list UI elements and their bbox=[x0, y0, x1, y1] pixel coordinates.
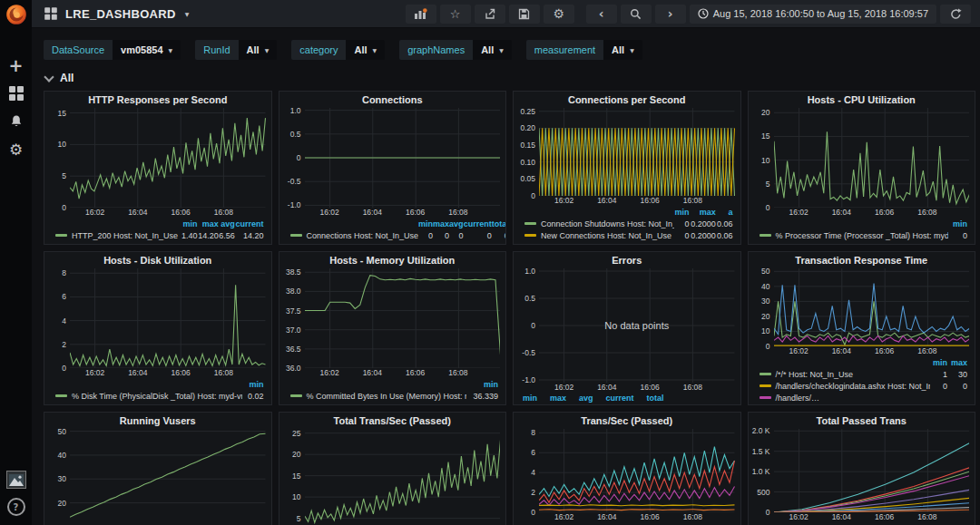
panel-title[interactable]: HTTP Responses per Second bbox=[44, 92, 271, 108]
alerting-bell-icon[interactable] bbox=[6, 112, 26, 131]
plot-area[interactable]: 50403020100 bbox=[752, 268, 970, 346]
chart[interactable]: 1.00.50-0.5-1.016:0216:0416:0616:08minma… bbox=[279, 108, 506, 244]
panel-title[interactable]: Hosts - Memory Utilization bbox=[279, 252, 506, 268]
legend-series[interactable]: /handlers/… bbox=[760, 393, 930, 404]
legend-series[interactable]: /*/* Host: Not_In_Use bbox=[760, 369, 930, 381]
dashboard-settings-icon[interactable]: ⚙ bbox=[544, 5, 574, 24]
star-button[interactable]: ☆ bbox=[440, 5, 471, 24]
add-panel-button[interactable] bbox=[406, 5, 436, 24]
chart[interactable]: 38.538.037.537.036.536.016:0216:0416:061… bbox=[279, 268, 506, 404]
refresh-button[interactable] bbox=[940, 5, 971, 24]
filter-datasource[interactable]: DataSource vm05854▼ bbox=[44, 40, 181, 60]
panel-title[interactable]: Errors bbox=[514, 252, 740, 268]
legend-series[interactable]: Connections Host: Not_In_Use bbox=[290, 230, 419, 242]
panel-title[interactable]: Trans/Sec (Passed) bbox=[514, 413, 740, 429]
plot-area[interactable]: 2.0 K1.5 K1.0 K5000 bbox=[752, 429, 970, 512]
chart[interactable]: 1.00.50-0.5-1.0No data points16:0216:041… bbox=[514, 268, 740, 404]
legend-stat-header[interactable]: total bbox=[492, 219, 506, 230]
filter-graphnames[interactable]: graphNames All▼ bbox=[399, 40, 512, 60]
legend-series[interactable]: % Committed Bytes In Use (Memory) Host: … bbox=[290, 391, 467, 403]
filter-measurement[interactable]: measurement All▼ bbox=[526, 40, 642, 60]
panel-title[interactable]: Total Passed Trans bbox=[749, 413, 975, 429]
legend-stat-header[interactable]: current bbox=[464, 219, 492, 230]
filter-runid[interactable]: RunId All▼ bbox=[195, 40, 277, 60]
x-tick-label: 16:08 bbox=[448, 368, 467, 377]
zoom-out-button[interactable] bbox=[621, 5, 652, 24]
legend-series[interactable]: /handlers/checklogindata.ashx Host: Not_… bbox=[760, 381, 930, 393]
save-button[interactable] bbox=[509, 5, 540, 24]
legend-stat-header[interactable]: min bbox=[418, 219, 433, 230]
grafana-logo-icon[interactable] bbox=[5, 3, 28, 26]
filter-category[interactable]: category All▼ bbox=[291, 40, 385, 60]
chart[interactable]: 0.250.200.150.100.05016:0216:0416:0616:0… bbox=[514, 108, 740, 244]
panel-title[interactable]: Hosts - CPU Utilization bbox=[749, 92, 975, 108]
legend-stat-header[interactable]: max bbox=[690, 207, 716, 219]
add-icon[interactable]: + bbox=[6, 55, 26, 75]
panel-title[interactable]: Connections per Second bbox=[514, 92, 740, 108]
panel-title[interactable]: Hosts - Disk Utilization bbox=[44, 252, 271, 268]
row-toggle-all[interactable]: All bbox=[45, 72, 74, 84]
x-tick-label: 16:04 bbox=[597, 512, 616, 521]
x-tick-label: 16:02 bbox=[554, 196, 573, 205]
legend-stat-header[interactable]: avg bbox=[579, 394, 593, 403]
legend-stat-header[interactable]: total bbox=[647, 394, 664, 403]
legend-stat-header[interactable]: min bbox=[466, 379, 498, 391]
legend-series[interactable]: % Disk Time (PhysicalDisk _Total) Host: … bbox=[55, 391, 242, 403]
settings-gear-icon[interactable]: ⚙ bbox=[6, 140, 26, 160]
chart[interactable]: 252015105 bbox=[279, 429, 506, 525]
plot-area[interactable]: 38.538.037.537.036.536.0 bbox=[283, 268, 501, 368]
dashboards-icon[interactable] bbox=[6, 83, 26, 103]
legend-stat-header[interactable]: min bbox=[948, 219, 968, 230]
legend-stat-header[interactable]: max bbox=[433, 219, 449, 230]
plot-area[interactable]: 20151050 bbox=[752, 108, 970, 208]
plot-area[interactable]: 86420 bbox=[48, 268, 266, 368]
legend-stat-header[interactable]: min bbox=[242, 379, 263, 391]
legend-series[interactable]: % Processor Time (Processor _Total) Host… bbox=[760, 230, 948, 242]
plot-area[interactable]: 151050 bbox=[48, 108, 266, 208]
chart[interactable]: 2.0 K1.5 K1.0 K500016:0216:0416:0616:08 bbox=[749, 429, 975, 525]
panel-title[interactable]: Running Vusers bbox=[44, 413, 271, 429]
plot-area[interactable]: 86420 bbox=[517, 429, 735, 512]
user-avatar[interactable] bbox=[6, 471, 26, 489]
plot-area[interactable]: 0.250.200.150.100.050 bbox=[517, 108, 735, 196]
share-button[interactable] bbox=[475, 5, 505, 24]
plot-area[interactable]: 50403020 bbox=[48, 429, 266, 520]
help-icon[interactable]: ? bbox=[7, 498, 25, 516]
chart[interactable]: 5040302010016:0216:0416:0616:08minmax/*/… bbox=[749, 268, 975, 404]
title-caret-icon[interactable]: ▼ bbox=[185, 11, 190, 17]
legend-stat-header[interactable]: avg bbox=[449, 219, 464, 230]
legend-stat-header[interactable]: max bbox=[198, 219, 219, 230]
legend-stat-header[interactable]: avg bbox=[219, 219, 235, 230]
chart[interactable]: 8642016:0216:0416:0616:08min% Disk Time … bbox=[44, 268, 271, 404]
time-range-button[interactable]: Aug 15, 2018 16:00:50 to Aug 15, 2018 16… bbox=[690, 5, 936, 24]
legend-series[interactable]: HTTP_200 Host: Not_In_Use bbox=[55, 230, 181, 242]
legend-stat-header[interactable]: min bbox=[674, 207, 690, 219]
time-back-button[interactable]: ‹ bbox=[586, 5, 617, 24]
legend-stat-header[interactable]: min bbox=[523, 394, 537, 403]
chart[interactable]: 8642016:0216:0416:0616:08 bbox=[514, 429, 740, 525]
legend-stat-header[interactable]: max bbox=[550, 394, 566, 403]
legend-stat-header[interactable]: max bbox=[947, 357, 967, 369]
legend-series[interactable]: New Connections Host: Not_In_Use bbox=[524, 230, 674, 242]
legend-stat-header[interactable]: current bbox=[235, 219, 264, 230]
plot-area[interactable]: 1.00.50-0.5-1.0No data points bbox=[517, 268, 735, 383]
legend-stat-header[interactable]: a bbox=[716, 207, 733, 219]
panel-title[interactable]: Total Trans/Sec (Passed) bbox=[279, 413, 506, 429]
x-tick-label: 16:04 bbox=[832, 208, 851, 217]
legend-series[interactable]: Connection Shutdowns Host: Not_In_Use bbox=[524, 219, 674, 230]
legend-stat-header[interactable]: min bbox=[181, 219, 198, 230]
chart[interactable]: 2015105016:0216:0416:0616:08min% Process… bbox=[749, 108, 975, 244]
x-tick-label: 16:08 bbox=[917, 512, 936, 521]
legend-stat-value: 0.02 bbox=[242, 391, 263, 403]
plot-area[interactable]: 252015105 bbox=[283, 429, 501, 525]
time-forward-button[interactable]: › bbox=[655, 5, 686, 24]
dashboard-title[interactable]: LRE_DASHBOARD bbox=[65, 7, 176, 21]
legend-stat-header[interactable]: min bbox=[930, 357, 947, 369]
panel-title[interactable]: Transaction Response Time bbox=[749, 252, 975, 268]
legend-stat-header[interactable]: current bbox=[606, 394, 634, 403]
chart[interactable]: 50403020 bbox=[44, 429, 271, 525]
legend-stat-value: 0 bbox=[449, 230, 464, 242]
chart[interactable]: 15105016:0216:0416:0616:08minmaxavgcurre… bbox=[44, 108, 271, 244]
plot-area[interactable]: 1.00.50-0.5-1.0 bbox=[283, 108, 501, 208]
panel-title[interactable]: Connections bbox=[279, 92, 506, 108]
